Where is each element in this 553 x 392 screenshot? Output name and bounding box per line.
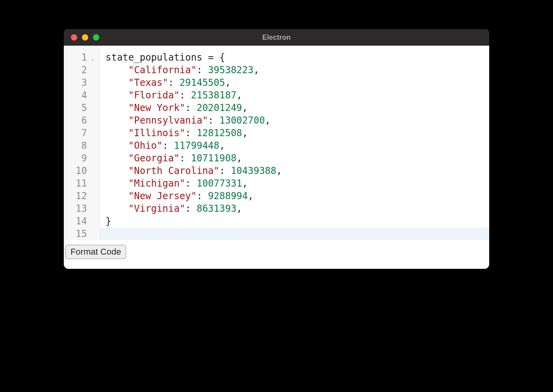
line-number: 7 [82,128,87,139]
code-string: "Virginia" [128,203,186,214]
line-number-row: 11 [64,177,100,190]
code-number: 21538187 [191,90,237,101]
code-comma: , [265,115,271,126]
line-number: 1 [82,52,87,63]
code-number: 9288994 [208,190,248,202]
line-number-row: 13 [64,202,100,215]
line-number-row: 5 [64,102,100,114]
line-number-row: 14 [64,215,100,227]
code-editor[interactable]: 1⌄23456789101112131415 state_populations… [64,46,489,240]
line-number: 12 [76,190,87,202]
format-code-button[interactable]: Format Code [65,245,126,259]
code-line[interactable]: "Georgia": 10711908, [106,152,489,165]
code-colon: : [219,165,231,176]
code-comma: , [276,165,282,176]
code-colon: : [185,128,197,139]
code-number: 10077331 [197,178,242,189]
line-number-row: 15 [64,227,100,240]
code-string: "Ohio" [128,140,163,151]
code-line[interactable]: } [106,215,489,227]
minimize-window-button[interactable] [82,34,88,41]
code-number: 20201249 [197,102,242,113]
code-line[interactable]: "Pennsylvania": 13002700, [106,114,489,127]
code-number: 29145505 [180,77,225,88]
code-colon: : [185,178,197,189]
code-line[interactable]: "New York": 20201249, [106,102,489,114]
close-window-button[interactable] [71,34,77,41]
window-title: Electron [262,33,291,42]
code-line[interactable] [100,227,489,240]
code-string: "Michigan" [128,178,186,189]
line-number: 6 [82,115,87,126]
traffic-lights [71,34,99,41]
code-colon: : [180,153,191,164]
code-number: 13002700 [219,115,265,126]
maximize-window-button[interactable] [93,34,99,41]
code-number: 10439388 [231,165,276,176]
code-brace: { [219,52,225,63]
code-number: 39538223 [208,65,254,76]
code-comma: , [225,77,230,88]
code-line[interactable]: "Florida": 21538187, [106,89,489,102]
line-number: 3 [82,77,87,88]
line-number-row: 1⌄ [64,51,100,64]
code-line[interactable]: "Texas": 29145505, [106,76,489,89]
line-number: 9 [82,153,87,164]
code-string: "Georgia" [128,153,180,164]
window-titlebar[interactable]: Electron [64,29,489,46]
code-line[interactable]: "Michigan": 10077331, [106,177,489,190]
code-comma: , [242,178,248,189]
code-string: "New Jersey" [128,190,197,202]
code-comma: , [236,153,242,164]
code-number: 8631393 [197,203,236,214]
line-number-row: 6 [64,114,100,127]
code-colon: : [197,65,208,76]
fold-arrow-icon[interactable]: ⌄ [91,57,94,62]
code-colon: : [197,190,208,202]
code-line[interactable]: "California": 39538223, [106,64,489,76]
line-number-row: 10 [64,165,100,177]
code-operator: = [202,52,219,63]
code-line[interactable]: "North Carolina": 10439388, [106,165,489,177]
line-number: 15 [76,228,87,239]
editor-code-area[interactable]: state_populations = { "California": 3953… [100,46,489,240]
app-window: Electron 1⌄23456789101112131415 state_po… [64,29,489,269]
line-number: 8 [82,140,87,151]
code-brace: } [106,216,111,227]
code-colon: : [168,77,180,88]
code-line[interactable]: "Ohio": 11799448, [106,139,489,152]
line-number-row: 9 [64,152,100,165]
code-number: 12812508 [197,128,242,139]
line-number: 14 [76,216,87,227]
line-number: 2 [82,65,87,76]
code-string: "Texas" [128,77,168,88]
line-number: 5 [82,102,87,113]
line-number: 11 [76,178,87,189]
code-comma: , [242,128,248,139]
line-number: 4 [82,90,87,101]
line-number-row: 8 [64,139,100,152]
code-colon: : [180,90,191,101]
code-line[interactable]: "Illinois": 12812508, [106,127,489,139]
code-number: 10711908 [191,153,237,164]
code-line[interactable]: "New Jersey": 9288994, [106,190,489,202]
editor-gutter: 1⌄23456789101112131415 [64,46,100,240]
line-number-row: 12 [64,190,100,202]
code-line[interactable]: "Virginia": 8631393, [106,202,489,215]
code-comma: , [219,140,225,151]
line-number: 10 [76,165,87,176]
window-content: 1⌄23456789101112131415 state_populations… [64,46,489,269]
code-colon: : [185,203,197,214]
code-identifier: state_populations [106,52,202,63]
code-string: "California" [128,65,197,76]
line-number-row: 4 [64,89,100,102]
code-number: 11799448 [174,140,219,151]
code-string: "Florida" [128,90,180,101]
line-number-row: 2 [64,64,100,76]
line-number: 13 [76,203,87,214]
code-comma: , [236,203,242,214]
line-number-row: 7 [64,127,100,139]
code-colon: : [208,115,219,126]
code-string: "Illinois" [128,128,186,139]
code-line[interactable]: state_populations = { [106,51,489,64]
